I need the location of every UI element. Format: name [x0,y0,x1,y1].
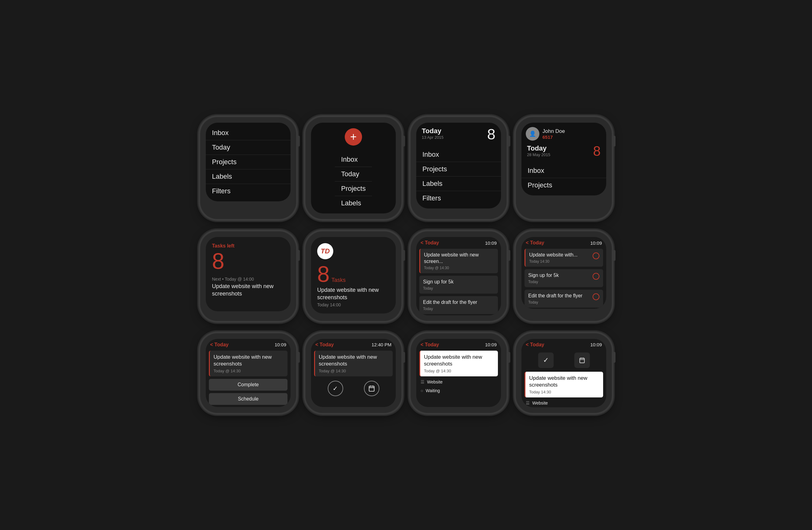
nav-time-11: 10:09 [485,342,497,347]
menu-item-today[interactable]: Today [206,140,291,155]
task-circle-1[interactable] [593,273,599,280]
task-detail-9[interactable]: Update website with new screenshots Toda… [209,351,288,376]
menu-projects-4[interactable]: Projects [521,178,606,192]
task-card-8-2[interactable]: Edit the draft for the flyer Today [524,290,603,308]
watch-12-screen: < Today 10:09 ✓ Update website with new … [521,339,606,407]
watch-4: 👤 John Doe 6517 Today 28 May 2015 8 Inbo… [516,117,612,219]
calendar-icon-10[interactable] [364,381,379,396]
profile-name: John Doe [542,128,565,135]
today-title: Today [422,127,444,135]
task-card-8-1-time: Today [528,280,559,284]
menu-item-projects[interactable]: Projects [206,155,291,169]
task-detail-10-time: Today @ 14:30 [319,368,389,373]
task-card-7-1[interactable]: Sign up for 5k Today [419,276,498,294]
task-circle-0[interactable] [593,252,599,259]
glance-task-time: Today 14:00 [317,302,390,307]
task-card-8-0-text: Update website with... Today 14:30 [529,252,578,264]
complete-icon-10[interactable]: ✓ [328,381,343,396]
task-detail-12[interactable]: Update website with new screenshots Toda… [524,372,603,398]
task-detail-12-title: Update website with new screenshots [529,375,599,388]
todoist-logo: TD [317,243,333,259]
nav-back-11[interactable]: < Today [421,342,439,348]
tasks-left-label: Tasks left [206,237,291,250]
task-card-7-2[interactable]: Edit the draft for the flyer Today [419,296,498,314]
watch-10: < Today 12:40 PM Update website with new… [305,333,401,413]
watch-1: Inbox Today Projects Labels Filters [200,117,296,219]
menu-inbox-3[interactable]: Inbox [416,148,501,162]
menu-item-labels-2[interactable]: Labels [335,196,372,210]
task-card-7-1-title: Sign up for 5k [423,279,494,285]
menu-projects-3[interactable]: Projects [416,162,501,177]
task-card-8-1-row: Sign up for 5k Today [528,272,599,284]
complete-btn[interactable]: Complete [209,379,288,391]
task-card-8-2-time: Today [528,300,582,305]
nav-back-12[interactable]: < Today [526,342,544,348]
watch-4-screen: 👤 John Doe 6517 Today 28 May 2015 8 Inbo… [521,123,606,195]
task-card-7-0-title: Update website with new screen... [424,252,494,265]
menu-item-inbox[interactable]: Inbox [206,126,291,140]
menu-labels-3[interactable]: Labels [416,177,501,191]
task-card-8-1[interactable]: Sign up for 5k Today [524,269,603,287]
watch-10-screen: < Today 12:40 PM Update website with new… [311,339,396,407]
task-detail-9-title: Update website with new screenshots [214,354,284,367]
menu-filters-3[interactable]: Filters [416,191,501,205]
label-icon-11: ○ [421,388,423,393]
today-count: 8 [487,127,495,142]
detail-row-12-0: ☰ Website [521,399,606,407]
nav-back-9[interactable]: < Today [210,342,229,348]
calendar-top-btn-12[interactable] [574,352,590,368]
today-title-4: Today [527,144,550,152]
tasks-count-big: 8 [206,250,291,272]
glance-task-name: Update website with new screenshots [317,287,390,301]
task-card-7-0[interactable]: Update website with new screen... Today … [419,249,498,273]
menu-inbox-4[interactable]: Inbox [521,164,606,178]
today-date: 13 Apr 2015 [422,135,444,140]
today-header: Today 13 Apr 2015 8 [416,123,501,144]
task-circle-2[interactable] [593,293,599,300]
complete-top-btn-12[interactable]: ✓ [538,352,554,368]
watch-3-menu: Inbox Projects Labels Filters [416,144,501,208]
task-card-8-2-row: Edit the draft for the flyer Today [528,293,599,305]
task-detail-11[interactable]: Update website with new screenshots Toda… [419,351,498,376]
watch-3: Today 13 Apr 2015 8 Inbox Projects Label… [411,117,507,219]
menu-item-inbox-2[interactable]: Inbox [335,152,372,167]
nav-time-9: 10:09 [275,342,286,347]
task-card-8-0-row: Update website with... Today 14:30 [529,252,599,264]
detail-row-11-0: ☰ Website [416,378,501,386]
svg-rect-0 [369,386,374,391]
today-date-4: 28 May 2015 [527,152,550,157]
profile-points: 6517 [542,135,565,140]
task-card-7-2-title: Edit the draft for the flyer [423,299,494,306]
task-detail-11-title: Update website with new screenshots [424,354,494,367]
plus-icon: + [350,131,357,142]
today-title-group-4: Today 28 May 2015 [527,144,550,157]
schedule-btn[interactable]: Schedule [209,393,288,405]
watch-7: < Today 10:09 Update website with new sc… [411,232,507,321]
add-button[interactable]: + [345,128,362,145]
menu-item-filters[interactable]: Filters [206,184,291,198]
task-card-8-1-title: Sign up for 5k [528,272,559,279]
nav-back-10[interactable]: < Today [315,342,334,348]
task-card-8-1-text: Sign up for 5k Today [528,272,559,284]
glance-count-row: 8 Tasks [317,263,390,287]
detail-row-11-1: ○ Waiting [416,386,501,395]
menu-item-labels[interactable]: Labels [206,169,291,184]
watch-11-screen: < Today 10:09 Update website with new sc… [416,339,501,407]
glance-count: 8 [317,263,330,285]
menu-item-projects-2[interactable]: Projects [335,182,372,196]
watch-6: TD 8 Tasks Update website with new scree… [305,232,401,321]
task-card-7-1-time: Today [423,286,494,291]
task-detail-10[interactable]: Update website with new screenshots Toda… [314,351,393,376]
profile-header: 👤 John Doe 6517 [521,123,606,143]
project-icon-12: ☰ [526,401,530,405]
task-detail-12-time: Today 14:30 [529,390,599,394]
menu-item-today-2[interactable]: Today [335,167,372,182]
task-card-8-0[interactable]: Update website with... Today 14:30 [524,249,603,267]
task-card-8-0-time: Today 14:30 [529,259,578,264]
watch-8: < Today 10:09 Update website with... Tod… [516,232,612,321]
project-text-11: Website [427,379,443,385]
nav-back-7[interactable]: < Today [421,240,439,246]
watch-7-screen: < Today 10:09 Update website with new sc… [416,237,501,315]
watch-4-menu: Inbox Projects [521,161,606,195]
nav-back-8[interactable]: < Today [526,240,544,246]
